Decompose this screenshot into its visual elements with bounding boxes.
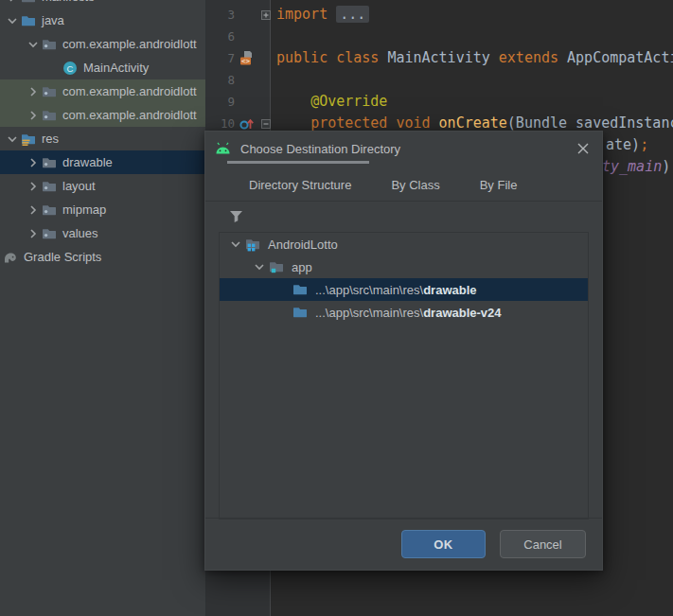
dialog-button-bar: OK Cancel	[205, 518, 602, 570]
svg-text:C: C	[67, 62, 74, 73]
project-tree-item-java[interactable]: java	[0, 9, 205, 32]
folder-package-icon	[42, 84, 57, 99]
project-tree-item-mipmap[interactable]: mipmap	[0, 198, 205, 221]
chevron-down-icon[interactable]	[251, 259, 267, 274]
dialog-title: Choose Destination Directory	[240, 142, 400, 156]
android-icon	[214, 141, 232, 156]
chevron-right-icon[interactable]	[25, 155, 42, 170]
chevron-right-icon	[26, 155, 41, 170]
active-tab-underline	[227, 161, 369, 164]
chevron-down-icon	[5, 13, 20, 28]
code-text: import ...	[276, 4, 369, 26]
ok-button[interactable]: OK	[401, 530, 486, 558]
line-number: 9	[206, 91, 235, 113]
chevron-right-icon	[26, 202, 41, 218]
chevron-down-icon	[5, 132, 20, 147]
code-text: public class MainActivity extends AppCom…	[276, 47, 673, 69]
project-tree-item-layout[interactable]: layout	[0, 174, 205, 198]
destination-tree-item-drawable[interactable]: ...\app\src\main\res\drawable	[220, 278, 588, 301]
project-tree-item-res[interactable]: res	[0, 127, 205, 150]
chevron-right-icon[interactable]	[25, 108, 42, 123]
project-tree-item-label: values	[62, 226, 98, 240]
folder-resdir-icon	[42, 226, 57, 241]
project-tree-item-drawable[interactable]: drawable	[0, 150, 205, 174]
project-tree-item-com-example-androidlott[interactable]: com.example.androidlott	[0, 79, 205, 103]
android-studio-window: 3import ...67<>public class MainActivity…	[0, 0, 673, 616]
project-tree-item-values[interactable]: values	[0, 221, 205, 245]
close-icon[interactable]	[573, 138, 593, 159]
folder-resdir-icon	[42, 155, 57, 170]
tree-item-label: AndroidLotto	[268, 238, 338, 252]
layout-gutter-icon[interactable]: <>	[239, 50, 259, 66]
chevron-down-icon	[226, 237, 244, 252]
directory-path: ...\app\src\main\res\drawable-v24	[315, 306, 502, 320]
gradle-icon	[3, 250, 18, 265]
tree-item-label: app	[292, 260, 312, 274]
project-tree-item-label: MainActivity	[83, 61, 149, 75]
project-tree-item-label: com.example.androidlott	[62, 108, 197, 122]
line-number: 6	[206, 26, 235, 47]
folder-resdir-icon	[42, 179, 57, 194]
folder-blue-icon	[21, 13, 36, 28]
folder-resdir-icon	[42, 202, 57, 218]
project-tree-item-label: java	[42, 13, 64, 27]
chevron-right-icon[interactable]	[4, 0, 21, 5]
folder-res-icon	[21, 132, 36, 147]
chevron-down-icon[interactable]	[227, 237, 243, 252]
chevron-down-icon[interactable]	[4, 132, 21, 147]
project-icon	[243, 237, 261, 252]
project-tree-item-com-example-androidlott[interactable]: com.example.androidlott	[0, 32, 205, 56]
editor-line-8: 8	[206, 69, 673, 91]
filter-icon[interactable]	[229, 210, 244, 223]
chevron-down-icon	[26, 37, 41, 52]
folder-gray-icon	[21, 0, 36, 5]
project-tree-item-com-example-androidlott[interactable]: com.example.androidlott	[0, 103, 205, 127]
line-number: 8	[206, 69, 235, 91]
tab-by-file[interactable]: By File	[474, 178, 523, 192]
tab-directory-structure[interactable]: Directory Structure	[243, 178, 357, 192]
project-tree-item-label: Gradle Scripts	[24, 250, 101, 264]
folder-package-icon	[42, 37, 57, 52]
project-tree-item-gradle-scripts[interactable]: Gradle Scripts	[0, 245, 205, 269]
directory-path: ...\app\src\main\res\drawable	[315, 283, 477, 297]
project-tree-item-label: com.example.androidlott	[62, 37, 197, 51]
folder-package-icon	[42, 108, 57, 123]
code-fragment: ty_main);	[602, 156, 673, 178]
project-tool-window[interactable]: manifestsjavacom.example.androidlottCMai…	[0, 0, 206, 616]
code-fragment: ate);	[606, 134, 648, 156]
chevron-down-icon	[250, 259, 268, 274]
editor-line-3: 3import ...	[206, 4, 673, 26]
project-tree-item-label: mipmap	[62, 202, 106, 217]
editor-line-7: 7<>public class MainActivity extends App…	[206, 47, 673, 69]
project-tree-item-label: manifests	[42, 0, 95, 4]
chevron-right-icon[interactable]	[25, 179, 42, 194]
chevron-down-icon[interactable]	[4, 13, 21, 28]
project-tree-item-label: res	[42, 132, 59, 146]
code-text: @Override	[276, 91, 387, 113]
chevron-right-icon	[26, 84, 41, 99]
folder-blue-icon	[291, 305, 309, 320]
project-tree-item-mainactivity[interactable]: CMainActivity	[0, 56, 205, 79]
dialog-tabs: Directory Structure By Class By File	[205, 169, 602, 202]
project-tree-item-manifests[interactable]: manifests	[0, 0, 205, 9]
chevron-right-icon[interactable]	[25, 84, 42, 99]
project-tree-item-label: layout	[62, 179, 96, 193]
class-icon: C	[62, 61, 78, 76]
line-number: 3	[206, 4, 235, 26]
destination-directory-tree[interactable]: AndroidLottoapp...\app\src\main\res\draw…	[219, 232, 589, 519]
override-icon[interactable]	[239, 115, 259, 132]
project-tree-item-label: drawable	[62, 155, 113, 169]
chevron-right-icon[interactable]	[25, 202, 42, 218]
tab-by-class[interactable]: By Class	[385, 178, 445, 192]
chevron-right-icon[interactable]	[25, 226, 42, 241]
fold-minus-icon[interactable]	[259, 119, 273, 129]
destination-tree-item-app[interactable]: app	[220, 255, 588, 278]
editor-line-6: 6	[206, 26, 673, 47]
cancel-button[interactable]: Cancel	[500, 530, 586, 558]
chevron-down-icon[interactable]	[25, 37, 42, 52]
destination-tree-item-androidlotto[interactable]: AndroidLotto	[220, 233, 588, 255]
svg-text:<>: <>	[241, 57, 251, 65]
fold-plus-icon[interactable]	[259, 10, 273, 20]
destination-tree-item-drawable-v24[interactable]: ...\app\src\main\res\drawable-v24	[220, 301, 588, 324]
line-number: 7	[206, 47, 235, 69]
